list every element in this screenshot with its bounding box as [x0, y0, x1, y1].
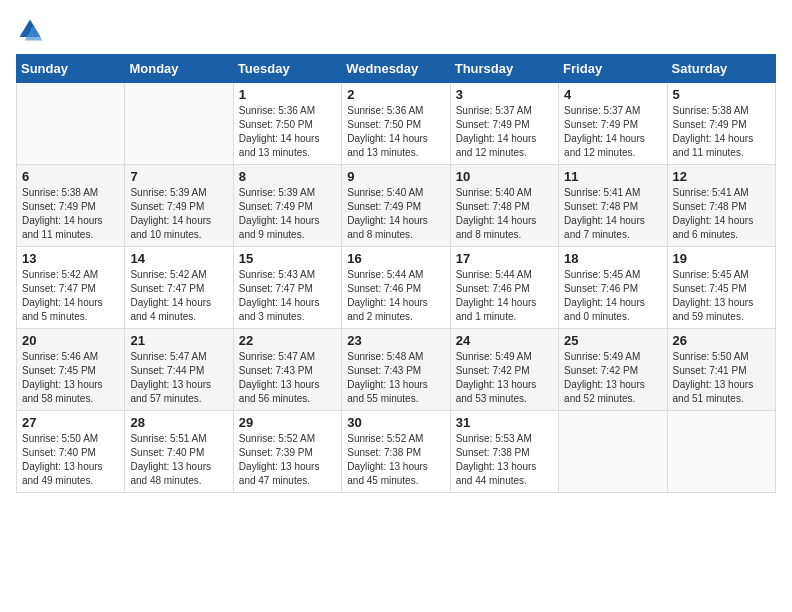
day-number: 23: [347, 333, 444, 348]
calendar-cell: 17Sunrise: 5:44 AMSunset: 7:46 PMDayligh…: [450, 247, 558, 329]
day-detail: Sunrise: 5:37 AMSunset: 7:49 PMDaylight:…: [564, 104, 661, 160]
day-number: 30: [347, 415, 444, 430]
day-detail: Sunrise: 5:48 AMSunset: 7:43 PMDaylight:…: [347, 350, 444, 406]
calendar-week-row: 1Sunrise: 5:36 AMSunset: 7:50 PMDaylight…: [17, 83, 776, 165]
calendar-cell: 31Sunrise: 5:53 AMSunset: 7:38 PMDayligh…: [450, 411, 558, 493]
calendar-cell: [17, 83, 125, 165]
calendar-cell: [667, 411, 775, 493]
day-detail: Sunrise: 5:50 AMSunset: 7:40 PMDaylight:…: [22, 432, 119, 488]
calendar-cell: 14Sunrise: 5:42 AMSunset: 7:47 PMDayligh…: [125, 247, 233, 329]
day-number: 8: [239, 169, 336, 184]
day-number: 19: [673, 251, 770, 266]
calendar-cell: [125, 83, 233, 165]
day-number: 27: [22, 415, 119, 430]
weekday-header: Saturday: [667, 55, 775, 83]
calendar-cell: 25Sunrise: 5:49 AMSunset: 7:42 PMDayligh…: [559, 329, 667, 411]
calendar-cell: 3Sunrise: 5:37 AMSunset: 7:49 PMDaylight…: [450, 83, 558, 165]
day-number: 16: [347, 251, 444, 266]
calendar-cell: 1Sunrise: 5:36 AMSunset: 7:50 PMDaylight…: [233, 83, 341, 165]
weekday-header: Thursday: [450, 55, 558, 83]
weekday-header: Sunday: [17, 55, 125, 83]
calendar-cell: 12Sunrise: 5:41 AMSunset: 7:48 PMDayligh…: [667, 165, 775, 247]
calendar-cell: 8Sunrise: 5:39 AMSunset: 7:49 PMDaylight…: [233, 165, 341, 247]
weekday-header: Wednesday: [342, 55, 450, 83]
calendar-cell: 26Sunrise: 5:50 AMSunset: 7:41 PMDayligh…: [667, 329, 775, 411]
calendar-cell: 13Sunrise: 5:42 AMSunset: 7:47 PMDayligh…: [17, 247, 125, 329]
day-detail: Sunrise: 5:36 AMSunset: 7:50 PMDaylight:…: [239, 104, 336, 160]
day-number: 24: [456, 333, 553, 348]
day-number: 10: [456, 169, 553, 184]
day-number: 12: [673, 169, 770, 184]
calendar-cell: 9Sunrise: 5:40 AMSunset: 7:49 PMDaylight…: [342, 165, 450, 247]
calendar-cell: 11Sunrise: 5:41 AMSunset: 7:48 PMDayligh…: [559, 165, 667, 247]
day-number: 5: [673, 87, 770, 102]
day-number: 4: [564, 87, 661, 102]
day-detail: Sunrise: 5:44 AMSunset: 7:46 PMDaylight:…: [347, 268, 444, 324]
calendar-week-row: 20Sunrise: 5:46 AMSunset: 7:45 PMDayligh…: [17, 329, 776, 411]
day-detail: Sunrise: 5:40 AMSunset: 7:48 PMDaylight:…: [456, 186, 553, 242]
calendar-cell: 21Sunrise: 5:47 AMSunset: 7:44 PMDayligh…: [125, 329, 233, 411]
day-detail: Sunrise: 5:43 AMSunset: 7:47 PMDaylight:…: [239, 268, 336, 324]
day-detail: Sunrise: 5:44 AMSunset: 7:46 PMDaylight:…: [456, 268, 553, 324]
calendar-cell: 22Sunrise: 5:47 AMSunset: 7:43 PMDayligh…: [233, 329, 341, 411]
day-number: 18: [564, 251, 661, 266]
day-number: 11: [564, 169, 661, 184]
day-detail: Sunrise: 5:38 AMSunset: 7:49 PMDaylight:…: [22, 186, 119, 242]
day-detail: Sunrise: 5:52 AMSunset: 7:38 PMDaylight:…: [347, 432, 444, 488]
calendar-cell: [559, 411, 667, 493]
calendar-cell: 24Sunrise: 5:49 AMSunset: 7:42 PMDayligh…: [450, 329, 558, 411]
day-number: 9: [347, 169, 444, 184]
calendar-cell: 23Sunrise: 5:48 AMSunset: 7:43 PMDayligh…: [342, 329, 450, 411]
day-detail: Sunrise: 5:39 AMSunset: 7:49 PMDaylight:…: [239, 186, 336, 242]
day-detail: Sunrise: 5:39 AMSunset: 7:49 PMDaylight:…: [130, 186, 227, 242]
day-number: 31: [456, 415, 553, 430]
day-number: 22: [239, 333, 336, 348]
day-number: 25: [564, 333, 661, 348]
calendar-cell: 29Sunrise: 5:52 AMSunset: 7:39 PMDayligh…: [233, 411, 341, 493]
calendar-cell: 6Sunrise: 5:38 AMSunset: 7:49 PMDaylight…: [17, 165, 125, 247]
calendar-cell: 15Sunrise: 5:43 AMSunset: 7:47 PMDayligh…: [233, 247, 341, 329]
day-number: 15: [239, 251, 336, 266]
day-detail: Sunrise: 5:45 AMSunset: 7:46 PMDaylight:…: [564, 268, 661, 324]
day-number: 29: [239, 415, 336, 430]
weekday-header: Friday: [559, 55, 667, 83]
calendar-cell: 2Sunrise: 5:36 AMSunset: 7:50 PMDaylight…: [342, 83, 450, 165]
calendar-cell: 4Sunrise: 5:37 AMSunset: 7:49 PMDaylight…: [559, 83, 667, 165]
day-number: 28: [130, 415, 227, 430]
day-number: 21: [130, 333, 227, 348]
day-detail: Sunrise: 5:36 AMSunset: 7:50 PMDaylight:…: [347, 104, 444, 160]
day-detail: Sunrise: 5:42 AMSunset: 7:47 PMDaylight:…: [130, 268, 227, 324]
day-detail: Sunrise: 5:51 AMSunset: 7:40 PMDaylight:…: [130, 432, 227, 488]
day-detail: Sunrise: 5:45 AMSunset: 7:45 PMDaylight:…: [673, 268, 770, 324]
day-detail: Sunrise: 5:49 AMSunset: 7:42 PMDaylight:…: [456, 350, 553, 406]
day-detail: Sunrise: 5:47 AMSunset: 7:43 PMDaylight:…: [239, 350, 336, 406]
day-detail: Sunrise: 5:38 AMSunset: 7:49 PMDaylight:…: [673, 104, 770, 160]
logo: [16, 16, 48, 44]
calendar-week-row: 6Sunrise: 5:38 AMSunset: 7:49 PMDaylight…: [17, 165, 776, 247]
calendar-cell: 30Sunrise: 5:52 AMSunset: 7:38 PMDayligh…: [342, 411, 450, 493]
calendar-cell: 27Sunrise: 5:50 AMSunset: 7:40 PMDayligh…: [17, 411, 125, 493]
day-number: 7: [130, 169, 227, 184]
day-number: 1: [239, 87, 336, 102]
calendar-cell: 19Sunrise: 5:45 AMSunset: 7:45 PMDayligh…: [667, 247, 775, 329]
day-detail: Sunrise: 5:40 AMSunset: 7:49 PMDaylight:…: [347, 186, 444, 242]
day-number: 20: [22, 333, 119, 348]
calendar-cell: 10Sunrise: 5:40 AMSunset: 7:48 PMDayligh…: [450, 165, 558, 247]
day-detail: Sunrise: 5:52 AMSunset: 7:39 PMDaylight:…: [239, 432, 336, 488]
day-detail: Sunrise: 5:49 AMSunset: 7:42 PMDaylight:…: [564, 350, 661, 406]
day-number: 13: [22, 251, 119, 266]
calendar-week-row: 27Sunrise: 5:50 AMSunset: 7:40 PMDayligh…: [17, 411, 776, 493]
day-number: 14: [130, 251, 227, 266]
weekday-header: Tuesday: [233, 55, 341, 83]
day-detail: Sunrise: 5:37 AMSunset: 7:49 PMDaylight:…: [456, 104, 553, 160]
calendar-cell: 7Sunrise: 5:39 AMSunset: 7:49 PMDaylight…: [125, 165, 233, 247]
day-number: 26: [673, 333, 770, 348]
day-detail: Sunrise: 5:41 AMSunset: 7:48 PMDaylight:…: [564, 186, 661, 242]
day-detail: Sunrise: 5:42 AMSunset: 7:47 PMDaylight:…: [22, 268, 119, 324]
day-number: 17: [456, 251, 553, 266]
calendar-week-row: 13Sunrise: 5:42 AMSunset: 7:47 PMDayligh…: [17, 247, 776, 329]
calendar-cell: 5Sunrise: 5:38 AMSunset: 7:49 PMDaylight…: [667, 83, 775, 165]
calendar-cell: 20Sunrise: 5:46 AMSunset: 7:45 PMDayligh…: [17, 329, 125, 411]
weekday-header: Monday: [125, 55, 233, 83]
day-detail: Sunrise: 5:50 AMSunset: 7:41 PMDaylight:…: [673, 350, 770, 406]
